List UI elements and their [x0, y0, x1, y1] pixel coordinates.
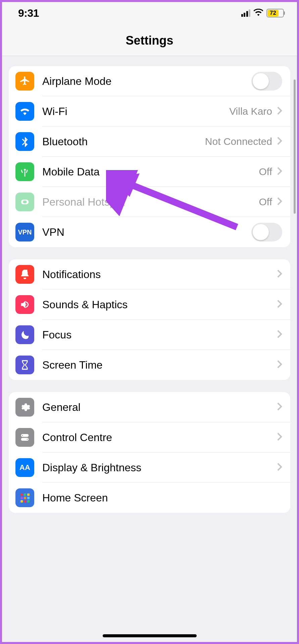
scroll-indicator[interactable] — [294, 79, 296, 214]
status-time: 9:31 — [18, 7, 39, 19]
row-label: Home Screen — [42, 492, 282, 504]
battery-percent: 72 — [267, 10, 279, 16]
svg-rect-3 — [20, 497, 23, 499]
chevron-right-icon — [277, 197, 282, 207]
row-vpn[interactable]: VPN VPN — [9, 217, 290, 247]
row-label: Notifications — [42, 268, 277, 281]
svg-rect-5 — [27, 497, 30, 499]
nav-header: Settings — [2, 24, 297, 56]
svg-rect-8 — [27, 500, 30, 502]
speaker-icon — [15, 295, 34, 314]
vpn-icon: VPN — [15, 223, 34, 241]
row-label: Sounds & Haptics — [42, 299, 277, 311]
row-label: VPN — [42, 226, 251, 238]
row-home-screen[interactable]: Home Screen — [9, 483, 290, 513]
row-value: Not Connected — [205, 136, 272, 147]
svg-rect-7 — [24, 500, 26, 502]
row-mobile-data[interactable]: Mobile Data Off — [9, 157, 290, 187]
row-label: General — [42, 401, 277, 414]
battery-icon: 72 — [266, 9, 285, 17]
airplane-icon — [15, 72, 34, 91]
chevron-right-icon — [277, 360, 282, 370]
home-indicator[interactable] — [103, 634, 197, 637]
moon-icon — [15, 325, 34, 344]
wifi-status-icon — [254, 9, 263, 17]
chevron-right-icon — [277, 402, 282, 412]
row-label: Wi-Fi — [42, 105, 229, 118]
airplane-toggle[interactable] — [251, 72, 282, 91]
row-label: Control Centre — [42, 431, 277, 444]
row-personal-hotspot[interactable]: Personal Hotspot Off — [9, 187, 290, 217]
chevron-right-icon — [277, 330, 282, 340]
chevron-right-icon — [277, 167, 282, 177]
row-general[interactable]: General — [9, 392, 290, 422]
status-bar: 9:31 72 — [2, 2, 297, 24]
row-value: Villa Karo — [229, 106, 272, 117]
row-sounds[interactable]: Sounds & Haptics — [9, 289, 290, 320]
svg-rect-4 — [24, 497, 26, 499]
svg-rect-0 — [20, 493, 23, 496]
bluetooth-icon — [15, 132, 34, 151]
antenna-icon — [15, 162, 34, 181]
vpn-toggle[interactable] — [251, 223, 282, 241]
row-label: Personal Hotspot — [42, 196, 259, 208]
gear-icon — [15, 398, 34, 417]
row-notifications[interactable]: Notifications — [9, 259, 290, 289]
row-label: Mobile Data — [42, 166, 259, 178]
row-label: Bluetooth — [42, 136, 205, 148]
svg-rect-6 — [20, 500, 23, 502]
row-focus[interactable]: Focus — [9, 320, 290, 350]
hotspot-icon — [15, 193, 34, 211]
chevron-right-icon — [277, 106, 282, 116]
row-wifi[interactable]: Wi-Fi Villa Karo — [9, 96, 290, 126]
hourglass-icon — [15, 356, 34, 374]
chevron-right-icon — [277, 432, 282, 442]
row-value: Off — [259, 166, 272, 177]
row-value: Off — [259, 196, 272, 208]
svg-rect-2 — [27, 493, 30, 496]
row-control-centre[interactable]: Control Centre — [9, 422, 290, 452]
chevron-right-icon — [277, 300, 282, 310]
status-icons: 72 — [241, 9, 285, 17]
grid-icon — [15, 488, 34, 507]
row-bluetooth[interactable]: Bluetooth Not Connected — [9, 126, 290, 157]
row-display-brightness[interactable]: AA Display & Brightness — [9, 452, 290, 483]
row-screen-time[interactable]: Screen Time — [9, 350, 290, 380]
svg-rect-1 — [24, 493, 26, 496]
row-label: Airplane Mode — [42, 75, 251, 88]
row-label: Screen Time — [42, 359, 277, 371]
cellular-signal-icon — [241, 9, 251, 17]
switches-icon — [15, 428, 34, 447]
row-airplane-mode[interactable]: Airplane Mode — [9, 66, 290, 96]
row-label: Focus — [42, 329, 277, 341]
chevron-right-icon — [277, 269, 282, 279]
settings-group-general: General Control Centre AA Display & Brig… — [9, 392, 290, 513]
settings-group-notifications: Notifications Sounds & Haptics Focus Scr… — [9, 259, 290, 380]
bell-icon — [15, 265, 34, 284]
row-label: Display & Brightness — [42, 462, 277, 474]
chevron-right-icon — [277, 137, 282, 147]
settings-content: Airplane Mode Wi-Fi Villa Karo Bluetooth… — [2, 66, 297, 513]
settings-group-connectivity: Airplane Mode Wi-Fi Villa Karo Bluetooth… — [9, 66, 290, 247]
aa-icon: AA — [15, 458, 34, 477]
page-title: Settings — [2, 34, 297, 48]
wifi-icon — [15, 102, 34, 121]
chevron-right-icon — [277, 463, 282, 473]
